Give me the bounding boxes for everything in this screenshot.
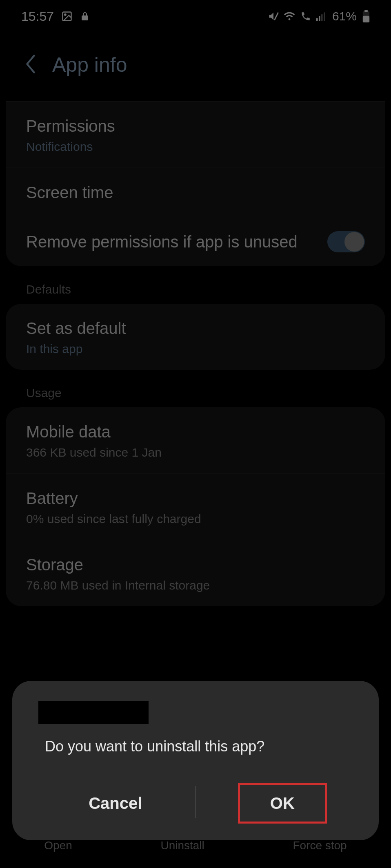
row-screen-time[interactable]: Screen time [6, 168, 385, 217]
row-set-as-default[interactable]: Set as default In this app [6, 304, 385, 370]
svg-rect-8 [363, 16, 369, 22]
row-battery[interactable]: Battery 0% used since last fully charged [6, 474, 385, 540]
row-permissions[interactable]: Permissions Notifications [6, 102, 385, 168]
row-subtitle: In this app [26, 342, 365, 356]
wifi-icon [283, 11, 295, 21]
svg-rect-5 [321, 14, 323, 21]
row-title: Remove permissions if app is unused [26, 231, 298, 252]
svg-rect-9 [364, 10, 368, 12]
status-bar: 15:57 61% [0, 0, 391, 33]
row-storage[interactable]: Storage 76.80 MB used in Internal storag… [6, 540, 385, 606]
app-name-redacted [38, 701, 149, 724]
image-icon [61, 11, 73, 22]
uninstall-dialog: Do you want to uninstall this app? Cance… [12, 681, 379, 840]
cancel-button[interactable]: Cancel [64, 783, 167, 824]
status-left: 15:57 [21, 9, 90, 24]
svg-point-1 [64, 14, 66, 15]
battery-icon [362, 10, 370, 22]
section-label-defaults: Defaults [0, 283, 391, 304]
row-subtitle: 0% used since last fully charged [26, 512, 365, 526]
back-icon[interactable] [24, 54, 37, 75]
svg-rect-4 [319, 16, 320, 21]
section-defaults: Set as default In this app [6, 304, 385, 370]
row-subtitle: 76.80 MB used in Internal storage [26, 579, 365, 592]
dialog-message: Do you want to uninstall this app? [12, 736, 379, 776]
bottom-uninstall[interactable]: Uninstall [160, 839, 204, 852]
row-mobile-data[interactable]: Mobile data 366 KB used since 1 Jan [6, 407, 385, 474]
row-title: Mobile data [26, 421, 365, 442]
svg-line-2 [274, 13, 278, 20]
lock-icon [80, 11, 90, 22]
bottom-force-stop[interactable]: Force stop [293, 839, 347, 852]
bottom-open[interactable]: Open [44, 839, 72, 852]
page-title: App info [52, 53, 127, 77]
status-right: 61% [268, 9, 370, 23]
dialog-buttons: Cancel OK [12, 776, 379, 828]
signal-icon [316, 11, 327, 21]
row-title: Permissions [26, 115, 365, 137]
wifi-call-icon [300, 11, 312, 22]
ok-button[interactable]: OK [238, 783, 327, 824]
row-title: Set as default [26, 318, 365, 339]
row-title: Storage [26, 554, 365, 575]
row-title: Screen time [26, 182, 365, 203]
row-subtitle: Notifications [26, 140, 365, 154]
battery-percentage: 61% [332, 9, 357, 23]
row-title: Battery [26, 488, 365, 509]
toggle-switch[interactable] [327, 231, 365, 252]
svg-rect-3 [316, 18, 318, 21]
mute-icon [268, 11, 279, 22]
header: App info [0, 33, 391, 101]
section-usage: Mobile data 366 KB used since 1 Jan Batt… [6, 407, 385, 606]
svg-rect-6 [324, 12, 325, 21]
section-label-usage: Usage [0, 386, 391, 407]
row-remove-permissions[interactable]: Remove permissions if app is unused [6, 217, 385, 266]
toggle-thumb [344, 232, 364, 252]
clock-text: 15:57 [21, 9, 54, 24]
row-subtitle: 366 KB used since 1 Jan [26, 446, 365, 459]
dialog-divider [196, 786, 196, 818]
section-privacy: Permissions Notifications Screen time Re… [6, 101, 385, 266]
